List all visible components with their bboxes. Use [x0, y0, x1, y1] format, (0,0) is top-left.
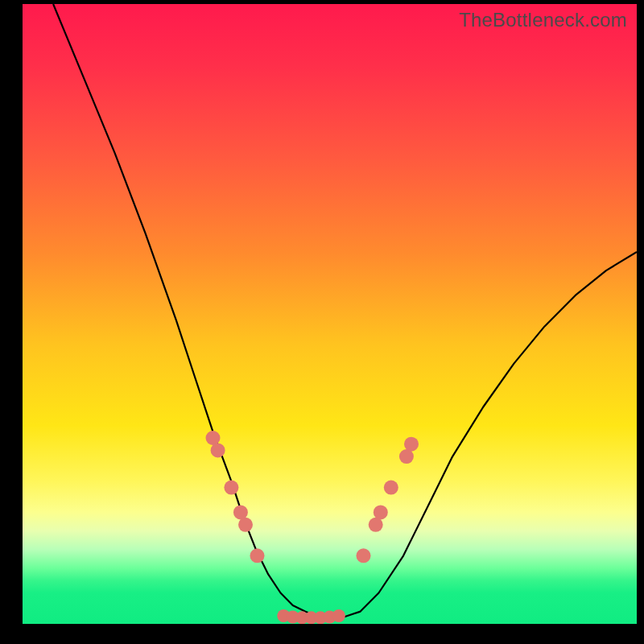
bottleneck-curve [53, 4, 637, 617]
marker-dot [404, 437, 419, 452]
marker-dot [332, 609, 345, 622]
marker-dot [224, 481, 238, 495]
marker-dot [374, 505, 388, 519]
markers-left [206, 431, 265, 563]
bottleneck-curve-svg [23, 4, 637, 624]
plot-area: TheBottleneck.com [23, 4, 637, 624]
marker-dot [233, 505, 248, 519]
marker-dot [211, 443, 225, 457]
marker-dot [399, 449, 414, 464]
marker-dot [369, 518, 383, 532]
marker-dot [357, 548, 371, 563]
marker-dot [250, 548, 265, 563]
marker-dot [206, 431, 221, 445]
markers-bottom [277, 609, 345, 624]
marker-dot [384, 481, 398, 495]
marker-dot [238, 518, 253, 532]
outer-frame: TheBottleneck.com [0, 0, 644, 644]
